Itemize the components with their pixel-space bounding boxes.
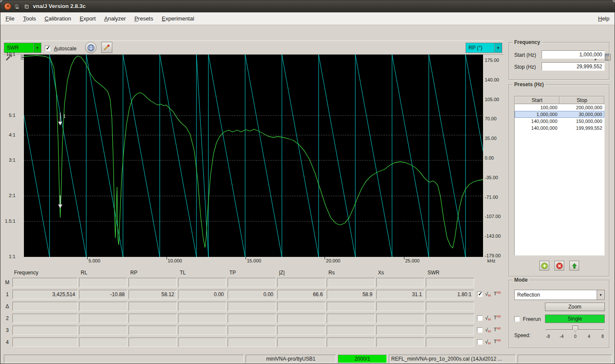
marker-cell[interactable] [129,278,177,287]
presets-column-stop[interactable]: Stop [559,96,604,104]
preset-cell[interactable]: 1,000,000 [515,111,559,118]
slider-tick-labels: -8 -4 0 4 8 [545,334,606,339]
marker-trace-icon[interactable]: TME [494,327,501,334]
preset-row[interactable]: 140,000,000199,999,552 [515,125,604,131]
marker-cell[interactable] [426,338,474,347]
marker-cell[interactable] [178,326,226,335]
marker-math-icon[interactable]: √M [485,339,492,346]
preset-row[interactable]: 1,000,00030,000,000 [515,111,604,118]
status-segment-empty [518,355,612,363]
preset-row[interactable]: 140,000,000150,000,000 [515,118,604,125]
marker-cell[interactable] [178,338,226,347]
column-header: TP [229,270,278,276]
marker-cell[interactable] [376,326,425,335]
marker-cell[interactable] [327,302,375,311]
preset-cell[interactable]: 100,000 [515,104,559,111]
marker-cell[interactable] [228,326,276,335]
column-header: |Z| [279,270,327,276]
marker-cell[interactable] [277,338,325,347]
marker-cell[interactable] [79,302,127,311]
marker-trace-icon[interactable]: TME [494,315,501,322]
preset-cell[interactable]: 140,000,000 [515,125,559,131]
marker-cell[interactable] [12,326,78,335]
preset-cell[interactable]: 150,000,000 [559,118,604,125]
marker-cell[interactable] [12,278,78,287]
marker-cell[interactable] [79,278,127,287]
marker-cell[interactable] [12,338,78,347]
marker-cell[interactable]: 66.6 [277,290,325,299]
marker-cell[interactable]: 58.12 [129,290,177,299]
marker-cell[interactable]: 31.1 [376,290,425,299]
marker-trace-icon[interactable]: TME [494,291,501,298]
marker-cell[interactable] [79,314,127,323]
start-frequency-label: Start (Hz) [514,52,536,58]
marker-math-icon[interactable]: √M [485,327,492,334]
marker-cell[interactable] [327,326,375,335]
marker-cell[interactable]: 58.9 [327,290,375,299]
marker-cell[interactable]: 1.80:1 [426,290,474,299]
marker-cell[interactable] [376,314,425,323]
marker-cell[interactable] [178,278,226,287]
marker-trace-icon[interactable]: TME [494,339,501,346]
arrow-up-icon [571,262,578,269]
marker-cell[interactable] [277,314,325,323]
marker-cell[interactable] [129,326,177,335]
marker-cell[interactable] [426,314,474,323]
marker-cell[interactable] [228,278,276,287]
delete-preset-button[interactable] [554,261,564,271]
marker-cell[interactable] [228,302,276,311]
marker-cell[interactable] [277,302,325,311]
stop-frequency-field[interactable]: 29,999,552 [542,62,605,71]
marker-cell[interactable] [426,302,474,311]
marker-math-icon[interactable]: √M [485,315,492,322]
single-button[interactable]: Single [545,314,605,323]
marker-cell[interactable] [12,314,78,323]
marker-cell[interactable] [12,302,78,311]
marker-cell[interactable] [79,338,127,347]
preset-cell[interactable]: 200,000,000 [559,104,604,111]
presets-rows: 100,000200,000,0001,000,00030,000,000140… [515,104,604,131]
marker-cell[interactable]: 0.00 [178,290,226,299]
marker-cell[interactable] [277,326,325,335]
mode-select[interactable]: Reflection ▼ [514,290,605,300]
marker-cell[interactable] [178,314,226,323]
marker-cell[interactable]: -10.88 [79,290,127,299]
preset-row[interactable]: 100,000200,000,000 [515,104,604,111]
marker-cell[interactable]: 3,425,514 [12,290,78,299]
marker-cell[interactable] [228,314,276,323]
freerun-label: Freerun [523,316,541,322]
freerun-checkbox[interactable]: Freerun [514,316,541,322]
zoom-button[interactable]: Zoom [545,303,605,311]
marker-cell[interactable] [79,326,127,335]
preset-cell[interactable]: 199,999,552 [559,125,604,131]
marker-cell[interactable] [129,338,177,347]
marker-visible-checkbox[interactable] [477,327,483,333]
marker-cell[interactable] [426,278,474,287]
marker-cell[interactable] [426,326,474,335]
marker-cell[interactable] [327,314,375,323]
preset-cell[interactable]: 140,000,000 [515,118,559,125]
marker-cell[interactable] [376,278,425,287]
marker-cell[interactable] [376,338,425,347]
marker-visible-checkbox[interactable] [477,339,483,345]
presets-column-start[interactable]: Start [515,96,559,104]
marker-cell[interactable] [129,302,177,311]
add-preset-button[interactable] [539,261,549,271]
marker-visible-checkbox[interactable] [477,315,483,321]
marker-cell[interactable] [277,278,325,287]
marker-cell[interactable] [327,278,375,287]
speed-slider[interactable]: -8 -4 0 4 8 [546,325,605,343]
marker-cell[interactable]: 0.00 [228,290,276,299]
start-frequency-field[interactable]: 1,000,000 [542,50,605,59]
marker-math-icon[interactable]: √M [485,291,492,298]
marker-cell[interactable] [376,302,425,311]
checkbox-box[interactable] [514,316,520,322]
marker-cell[interactable] [129,314,177,323]
marker-cell[interactable] [228,338,276,347]
marker-visible-checkbox[interactable] [477,291,483,297]
marker-cell[interactable] [327,338,375,347]
preset-cell[interactable]: 30,000,000 [559,111,604,118]
slider-thumb[interactable] [572,326,578,332]
apply-preset-button[interactable] [569,261,579,271]
marker-cell[interactable] [178,302,226,311]
